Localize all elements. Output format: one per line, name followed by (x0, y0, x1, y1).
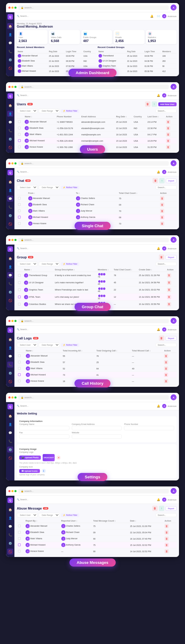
address-bar[interactable]: 🔒 search... (18, 5, 169, 10)
search-input[interactable] (156, 262, 177, 266)
delete-action[interactable]: 🗑 (164, 354, 168, 358)
sidebar-item-calls[interactable]: 📞 (7, 281, 13, 287)
delete-action[interactable]: 🗑 (166, 139, 170, 143)
close-dot[interactable] (8, 162, 11, 164)
delete-action[interactable]: 🗑 (166, 120, 170, 124)
export-button[interactable]: ↑ (152, 101, 157, 107)
close-dot[interactable] (8, 396, 11, 399)
remove-logo-button[interactable]: ✕ (56, 456, 61, 460)
delete-button[interactable]: 🗑 (152, 506, 158, 511)
minimize-dot[interactable] (11, 239, 14, 241)
close-dot[interactable] (8, 490, 11, 492)
row-checkbox[interactable] (18, 120, 21, 123)
sidebar-item-settings[interactable]: ⚙️ (7, 212, 13, 218)
date-range-filter[interactable]: Date Range (39, 343, 60, 347)
sidebar-item-settings[interactable]: ⚙️ (7, 370, 13, 376)
refine-filter-button[interactable]: ⚡ Refine Filter (61, 186, 79, 189)
sidebar-item-calls[interactable]: 📞 (7, 438, 13, 444)
delete-action[interactable]: 🗑 (164, 360, 168, 364)
maximize-dot[interactable] (14, 320, 17, 322)
refine-filter-button[interactable]: ⚡ Refine Filter (61, 109, 79, 113)
upload-logo-button[interactable]: 📷 Upload Photo (19, 456, 41, 460)
row-checkbox[interactable] (18, 537, 21, 540)
select-user-filter[interactable]: Select User (17, 343, 38, 347)
sidebar-item-users[interactable]: 👤 (7, 111, 13, 117)
delete-action[interactable]: 🗑 (164, 366, 168, 371)
notification-icon[interactable]: 🔔 (156, 169, 161, 175)
sidebar-item-chat[interactable]: 💬 (7, 523, 13, 529)
maximize-dot[interactable] (14, 239, 17, 241)
add-user-button[interactable]: Add New User (158, 102, 177, 106)
delete-action[interactable]: 🗑 (167, 295, 171, 299)
select-user-filter[interactable]: Select User (17, 185, 38, 190)
fax-input[interactable] (19, 434, 69, 439)
close-dot[interactable] (8, 7, 11, 9)
row-checkbox[interactable] (18, 361, 21, 363)
delete-action[interactable]: 🗑 (164, 379, 168, 383)
delete-action[interactable]: 🗑 (165, 524, 169, 528)
report-btn[interactable]: Report (165, 255, 177, 260)
sidebar-item-calls[interactable]: 📞 (7, 48, 13, 54)
delete-button[interactable]: 🗑 (145, 101, 150, 107)
refine-filter-button[interactable]: ⚡ Refine Filter (61, 262, 79, 266)
row-checkbox[interactable] (18, 531, 21, 534)
sidebar-item-settings[interactable]: ⚙️ (7, 136, 13, 142)
select-user-filter[interactable]: Select User (17, 513, 38, 517)
row-checkbox[interactable] (18, 380, 21, 382)
sidebar-item-abuse[interactable]: 🚫 (7, 65, 13, 71)
sidebar-item-chat[interactable]: 💬 (7, 353, 13, 359)
delete-action[interactable]: 🗑 (160, 215, 164, 219)
sidebar-item-dashboard[interactable]: 🏠 (7, 413, 13, 419)
sidebar-item-users[interactable]: 👤 (7, 187, 13, 193)
address-bar[interactable]: 🔒 search... (18, 489, 169, 493)
message-icon[interactable]: ✉️ (156, 14, 161, 19)
address-bar[interactable]: 🔒 search... (18, 319, 169, 323)
row-checkbox[interactable] (18, 139, 21, 142)
notification-icon[interactable]: 🔔 (156, 497, 161, 502)
row-checkbox[interactable] (18, 550, 21, 552)
delete-action[interactable]: 🗑 (165, 530, 169, 534)
row-checkbox[interactable] (18, 373, 21, 376)
sidebar-item-dashboard[interactable]: 🏠 (7, 255, 13, 261)
maximize-dot[interactable] (14, 86, 17, 88)
minimize-dot[interactable] (11, 396, 14, 399)
row-checkbox[interactable] (18, 296, 21, 298)
maximize-dot[interactable] (14, 396, 17, 399)
refine-filter-button[interactable]: ⚡ Refine Filter (61, 513, 79, 517)
minimize-dot[interactable] (11, 7, 14, 9)
row-checkbox[interactable] (18, 274, 21, 277)
sidebar-item-settings[interactable]: ⚙️ (7, 447, 13, 453)
row-checkbox[interactable] (18, 216, 21, 218)
maximize-dot[interactable] (14, 490, 17, 492)
search-input[interactable] (156, 343, 177, 347)
import-btn[interactable]: Import (166, 179, 177, 183)
remove-icon-button[interactable]: ℹ (42, 469, 46, 473)
delete-action[interactable]: 🗑 (160, 203, 164, 207)
delete-action[interactable]: 🗑 (160, 221, 164, 226)
row-checkbox[interactable] (18, 146, 21, 148)
delete-action[interactable]: 🗑 (166, 132, 170, 137)
report-btn[interactable]: Report (165, 506, 177, 511)
search-input[interactable] (156, 109, 177, 113)
sidebar-item-dashboard[interactable]: 🏠 (7, 102, 13, 108)
sidebar-item-chat[interactable]: 💬 (7, 119, 13, 125)
row-checkbox[interactable] (18, 209, 21, 212)
delete-action[interactable]: 🗑 (160, 196, 164, 200)
row-checkbox[interactable] (18, 367, 21, 370)
date-range-filter[interactable]: Date Range (39, 109, 60, 113)
sidebar-item-abuse[interactable]: 🚫 (7, 455, 13, 461)
sidebar-item-dashboard[interactable]: 🏠 (7, 336, 13, 342)
date-range-filter[interactable]: Date Range (39, 185, 60, 190)
delete-button[interactable]: 🗑 (153, 178, 158, 183)
import-button[interactable]: ↑ (159, 178, 165, 183)
address-bar[interactable]: 🔒 search... (18, 238, 169, 242)
row-checkbox[interactable] (18, 222, 21, 225)
address-bar[interactable]: 🔒 search... (18, 85, 169, 89)
notification-icon[interactable]: 🔔 (156, 327, 161, 332)
import-icon-button[interactable]: ↑ (159, 506, 164, 511)
sidebar-item-chat[interactable]: 💬 (7, 430, 13, 436)
notification-icon[interactable]: 🔔 (156, 93, 161, 98)
sidebar-item-users[interactable]: 👤 (7, 421, 13, 427)
sidebar-item-abuse[interactable]: 🚫 (7, 549, 13, 555)
sidebar-item-abuse[interactable]: 🚫 (7, 144, 13, 150)
